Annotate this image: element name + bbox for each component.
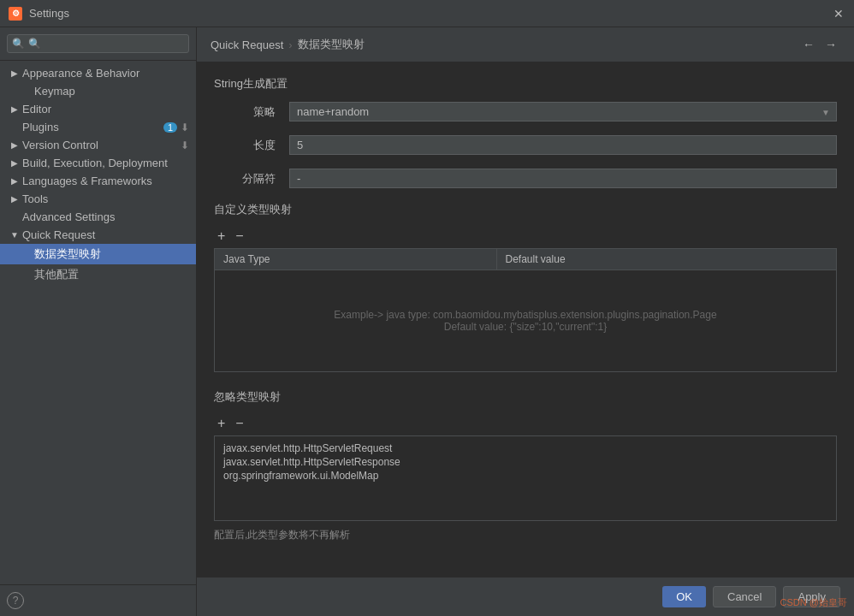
sidebar-item-keymap[interactable]: Keymap: [0, 82, 196, 100]
strategy-select[interactable]: name+random random fixed: [289, 102, 837, 121]
separator-row: 分隔符: [214, 169, 837, 188]
footer-note: 配置后,此类型参数将不再解析: [214, 528, 837, 542]
arrow-icon: [9, 121, 21, 133]
length-input[interactable]: [289, 135, 837, 155]
close-button[interactable]: ✕: [832, 7, 845, 21]
panel-header: Quick Request › 数据类型映射 ← →: [197, 27, 854, 62]
breadcrumb-part2: 数据类型映射: [298, 37, 365, 52]
sidebar-item-tools[interactable]: ▶ Tools: [0, 190, 196, 208]
watermark: CSDN @始皇哥: [780, 596, 847, 609]
arrow-icon: [9, 211, 21, 223]
help-button[interactable]: ?: [7, 592, 24, 609]
back-button[interactable]: ←: [799, 36, 818, 53]
cancel-button[interactable]: Cancel: [713, 586, 776, 607]
window-title: Settings: [29, 7, 832, 20]
forward-button[interactable]: →: [821, 36, 840, 53]
arrow-icon: ▶: [9, 104, 21, 116]
sidebar-item-other-config[interactable]: 其他配置: [0, 264, 196, 285]
strategy-select-wrapper: name+random random fixed ▼: [289, 102, 837, 121]
table-empty-text: Example-> java type: com.baomidou.mybati…: [223, 275, 827, 367]
title-bar: ⚙ Settings ✕: [0, 0, 854, 27]
breadcrumb: Quick Request › 数据类型映射: [211, 37, 799, 52]
ignore-item-1: javax.servlet.http.HttpServletResponse: [223, 455, 827, 469]
search-icon: 🔍: [12, 38, 25, 50]
arrow-icon: ▶: [9, 175, 21, 187]
breadcrumb-part1: Quick Request: [211, 38, 283, 51]
strategy-row: 策略 name+random random fixed ▼: [214, 102, 837, 121]
sidebar-item-version-control[interactable]: ▶ Version Control ⬇: [0, 136, 196, 154]
action-bar: OK Cancel Apply: [197, 577, 854, 616]
main-panel: Quick Request › 数据类型映射 ← → String生成配置 策略: [197, 27, 854, 616]
col-java-type: Java Type: [215, 249, 497, 270]
sidebar-item-editor[interactable]: ▶ Editor: [0, 100, 196, 118]
plugins-icon: ⬇: [181, 121, 189, 133]
string-config-section: String生成配置 策略 name+random random fixed ▼: [214, 76, 837, 188]
vcs-icon: ⬇: [181, 139, 189, 151]
col-default-value: Default value: [496, 249, 836, 270]
separator-input[interactable]: [289, 169, 837, 188]
custom-table-toolbar: + −: [214, 228, 837, 245]
arrow-icon: ▶: [9, 157, 21, 169]
arrow-icon: [21, 248, 33, 260]
arrow-icon: ▶: [9, 193, 21, 205]
separator-label: 分隔符: [214, 171, 282, 187]
custom-mapping-title: 自定义类型映射: [214, 202, 837, 217]
arrow-icon: ▶: [9, 139, 21, 151]
arrow-icon: [21, 86, 33, 98]
plugins-badge: 1: [163, 122, 177, 133]
ignore-mapping-section: 忽略类型映射 + − javax.servlet.http.HttpServle…: [214, 389, 837, 542]
ignore-item-2: org.springframework.ui.ModelMap: [223, 469, 827, 483]
sidebar-item-quick-request[interactable]: ▼ Quick Request: [0, 226, 196, 244]
settings-sidebar: 🔍 ▶ Appearance & Behavior Keymap ▶: [0, 27, 197, 616]
remove-ignore-button[interactable]: −: [232, 415, 246, 432]
sidebar-item-build[interactable]: ▶ Build, Execution, Deployment: [0, 154, 196, 172]
sidebar-item-languages[interactable]: ▶ Languages & Frameworks: [0, 172, 196, 190]
arrow-icon: ▼: [9, 229, 21, 241]
panel-body: String生成配置 策略 name+random random fixed ▼: [197, 62, 854, 577]
remove-custom-button[interactable]: −: [232, 228, 246, 245]
length-label: 长度: [214, 138, 282, 153]
ignore-section-title: 忽略类型映射: [214, 389, 837, 405]
sidebar-item-appearance[interactable]: ▶ Appearance & Behavior: [0, 64, 196, 82]
sidebar-item-advanced[interactable]: Advanced Settings: [0, 208, 196, 226]
add-custom-button[interactable]: +: [214, 228, 228, 245]
arrow-icon: [21, 269, 33, 281]
navigation-arrows: ← →: [799, 36, 840, 53]
custom-mapping-section: 自定义类型映射 + − Java Type Default value: [214, 202, 837, 372]
string-section-title: String生成配置: [214, 76, 837, 92]
search-bar: 🔍: [0, 27, 196, 61]
window-controls: ✕: [832, 7, 845, 21]
sidebar-bottom: ?: [0, 584, 196, 616]
ignore-list: javax.servlet.http.HttpServletRequest ja…: [214, 435, 837, 521]
arrow-icon: ▶: [9, 68, 21, 80]
search-input[interactable]: [7, 34, 189, 53]
ignore-table-toolbar: + −: [214, 415, 837, 432]
ok-button[interactable]: OK: [662, 586, 706, 607]
ignore-item-0: javax.servlet.http.HttpServletRequest: [223, 441, 827, 455]
strategy-label: 策略: [214, 104, 282, 120]
length-row: 长度: [214, 135, 837, 155]
sidebar-item-data-type-mapping[interactable]: 数据类型映射: [0, 244, 196, 264]
sidebar-item-plugins[interactable]: Plugins 1 ⬇: [0, 118, 196, 136]
app-icon: ⚙: [9, 7, 22, 21]
nav-tree: ▶ Appearance & Behavior Keymap ▶ Editor …: [0, 61, 196, 288]
breadcrumb-separator: ›: [288, 38, 292, 51]
add-ignore-button[interactable]: +: [214, 415, 228, 432]
table-empty-row: Example-> java type: com.baomidou.mybati…: [215, 270, 837, 372]
custom-mapping-table: Java Type Default value Example-> java t…: [214, 248, 837, 372]
